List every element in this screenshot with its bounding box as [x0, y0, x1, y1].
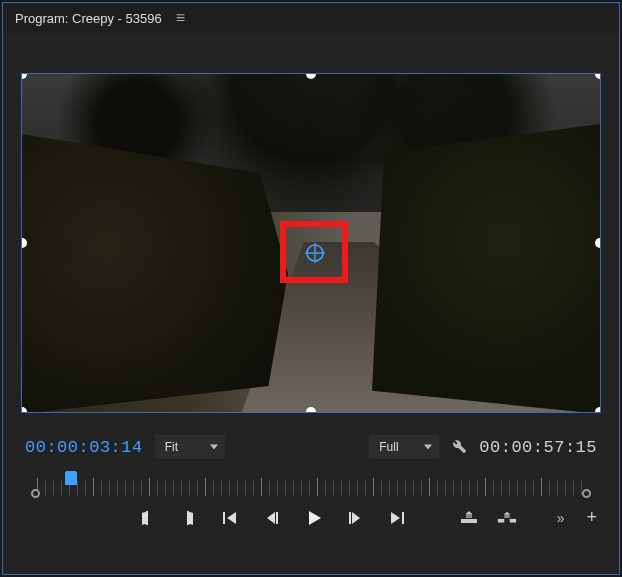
- monitor-area: [3, 33, 619, 421]
- svg-rect-12: [509, 518, 515, 522]
- svg-rect-3: [146, 511, 148, 525]
- timeline-ruler[interactable]: [25, 471, 597, 497]
- panel-header: Program: Creepy - 53596 ≡: [3, 3, 619, 33]
- settings-wrench-icon[interactable]: [451, 438, 467, 457]
- svg-rect-7: [349, 512, 351, 524]
- mark-out-button[interactable]: [179, 508, 199, 528]
- zoom-dropdown[interactable]: Fit: [155, 435, 225, 459]
- current-timecode[interactable]: 00:00:03:14: [25, 438, 143, 457]
- svg-rect-5: [223, 512, 225, 524]
- resolution-dropdown[interactable]: Full: [369, 435, 439, 459]
- button-editor-add-icon[interactable]: +: [587, 507, 598, 528]
- svg-rect-9: [461, 519, 477, 523]
- step-forward-button[interactable]: [345, 508, 365, 528]
- lift-button[interactable]: [459, 508, 479, 528]
- go-to-out-button[interactable]: [387, 508, 407, 528]
- step-back-button[interactable]: [262, 508, 282, 528]
- svg-rect-6: [276, 512, 278, 524]
- svg-rect-11: [498, 518, 504, 522]
- panel-menu-icon[interactable]: ≡: [176, 10, 185, 26]
- info-bar: 00:00:03:14 Fit Full 00:00:57:15: [3, 421, 619, 463]
- duration-timecode[interactable]: 00:00:57:15: [479, 438, 597, 457]
- ruler-start-handle[interactable]: [31, 489, 40, 498]
- panel-title: Program: Creepy - 53596: [15, 11, 162, 26]
- more-buttons-icon[interactable]: »: [557, 510, 565, 526]
- transform-handle-mid-right[interactable]: [595, 238, 601, 248]
- go-to-in-button[interactable]: [220, 508, 240, 528]
- transform-handle-bottom-right[interactable]: [595, 407, 601, 413]
- play-button[interactable]: [304, 508, 324, 528]
- svg-rect-8: [402, 512, 404, 524]
- video-preview[interactable]: [21, 73, 601, 413]
- anchor-crosshair-icon[interactable]: [304, 242, 324, 262]
- playhead-icon[interactable]: [65, 471, 77, 485]
- zoom-label: Fit: [165, 440, 178, 454]
- timeline-ruler-area: [3, 463, 619, 497]
- transform-handle-bottom-center[interactable]: [306, 407, 316, 413]
- program-monitor-panel: Program: Creepy - 53596 ≡: [2, 2, 620, 575]
- svg-rect-4: [187, 511, 189, 525]
- mark-in-button[interactable]: [137, 508, 157, 528]
- ruler-end-handle[interactable]: [582, 489, 591, 498]
- extract-button[interactable]: [497, 508, 517, 528]
- resolution-label: Full: [379, 440, 398, 454]
- transport-controls: » +: [3, 497, 619, 540]
